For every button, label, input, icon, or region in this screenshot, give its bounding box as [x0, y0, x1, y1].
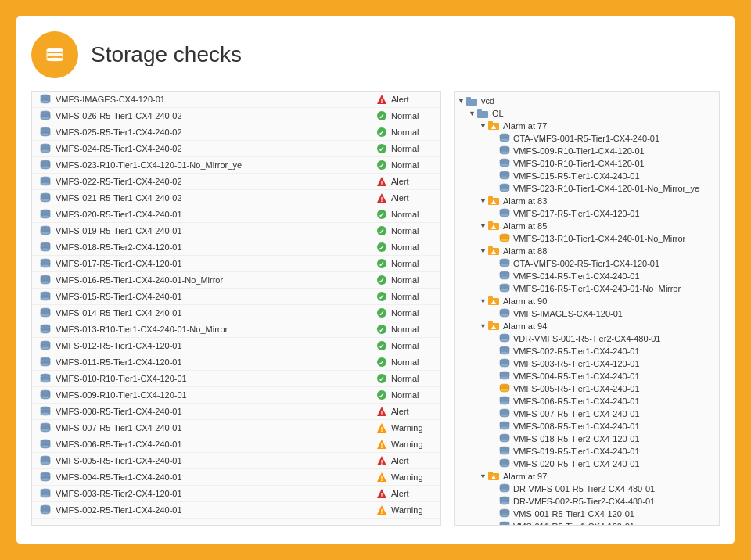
svg-point-279 [500, 364, 509, 367]
list-item[interactable]: OTA-VMFS-001-R5-Tier1-CX4-240-01 [458, 132, 716, 145]
expand-icon: ▼ [480, 472, 487, 480]
main-container: Storage checks VMFS-IMAGES-CX4-120-01!Al… [16, 16, 735, 544]
svg-point-87 [41, 281, 50, 284]
svg-point-94 [41, 297, 50, 300]
list-item[interactable]: VMFS-018-R5-Tier2-CX4-120-01 [458, 433, 716, 445]
tree-item-label: VMS-011-R5-Tier1-CX4-120-01 [513, 522, 634, 526]
list-item[interactable]: ▼ Alarm at 85 [458, 220, 716, 232]
folder-icon [477, 108, 490, 119]
table-row[interactable]: VMFS-014-R5-Tier1-CX4-240-01✓Normal [32, 305, 440, 321]
table-row[interactable]: VMFS-012-R5-Tier1-CX4-120-01✓Normal [32, 338, 440, 354]
list-item[interactable]: VMFS-008-R5-Tier1-CX4-240-01 [458, 420, 716, 433]
status-icon: ✓ [376, 356, 388, 368]
status-label: Normal [391, 160, 434, 170]
list-item[interactable]: VMFS-020-R5-Tier1-CX4-240-01 [458, 458, 716, 470]
list-item[interactable]: ▼ Alarm at 94 [458, 320, 716, 332]
list-item[interactable]: ▼ Alarm at 90 [458, 295, 716, 307]
status-label: Warning [391, 505, 434, 515]
storage-tree-icon [498, 183, 511, 194]
svg-point-204 [500, 151, 509, 154]
list-item[interactable]: ▼ Alarm at 88 [458, 245, 716, 257]
table-row[interactable]: VMFS-011-R5-Tier1-CX4-120-01✓Normal [32, 354, 440, 371]
right-panel[interactable]: ▼ vcd ▼ OL ▼ Alarm at 77 OTA-VMFS-001 [454, 91, 720, 526]
table-row[interactable]: VMFS-022-R5-Tier1-CX4-240-02!Alert [32, 174, 440, 190]
list-item[interactable]: VMFS-016-R5-Tier1-CX4-240-01-No_Mirror [458, 282, 716, 295]
table-row[interactable]: VMFS-013-R10-Tier1-CX4-240-01-No_Mirror✓… [32, 321, 440, 338]
list-item[interactable]: VMFS-013-R10-Tier1-CX4-240-01-No_Mirror [458, 232, 716, 245]
list-item[interactable]: VMFS-002-R5-Tier1-CX4-240-01 [458, 345, 716, 357]
list-item[interactable]: VMFS-005-R5-Tier1-CX4-240-01 [458, 382, 716, 395]
list-item[interactable]: VMFS-006-R5-Tier1-CX4-240-01 [458, 395, 716, 407]
table-row[interactable]: VMFS-026-R5-Tier1-CX4-240-02✓Normal [32, 108, 440, 124]
svg-text:!: ! [381, 179, 383, 187]
storage-tree-icon [498, 433, 511, 444]
table-row[interactable]: VMFS-019-R5-Tier1-CX4-240-01✓Normal [32, 223, 440, 239]
table-row[interactable]: VMFS-002-R5-Tier1-CX4-240-01!Warning [32, 502, 440, 519]
storage-name-label: VMFS-010-R10-Tier1-CX4-120-01 [56, 374, 376, 383]
list-item[interactable]: ▼ Alarm at 97 [458, 470, 716, 483]
status-label: Normal [391, 210, 434, 219]
list-item[interactable]: DR-VMFS-001-R5-Tier2-CX4-480-01 [458, 483, 716, 495]
status-label: Normal [391, 308, 434, 318]
table-row[interactable]: VMFS-021-R5-Tier1-CX4-240-02!Alert [32, 190, 440, 206]
list-item[interactable]: VMFS-IMAGES-CX4-120-01 [458, 307, 716, 320]
table-row[interactable]: VMFS-007-R5-Tier1-CX4-240-01!Warning [32, 420, 440, 436]
table-row[interactable]: VMFS-004-R5-Tier1-CX4-240-01!Warning [32, 469, 440, 486]
table-row[interactable]: VMFS-018-R5-Tier2-CX4-120-01✓Normal [32, 239, 440, 256]
list-item[interactable]: ▼ OL [458, 107, 716, 120]
list-item[interactable]: VMS-001-R5-Tier1-CX4-120-01 [458, 508, 716, 520]
tree-root[interactable]: ▼ vcd [458, 95, 716, 107]
table-row[interactable]: VMFS-003-R5-Tier2-CX4-120-01!Alert [32, 486, 440, 502]
svg-text:!: ! [381, 409, 383, 417]
tree-item-label: VMS-001-R5-Tier1-CX4-120-01 [513, 509, 634, 519]
storage-db-icon [38, 373, 52, 384]
list-item[interactable]: VDR-VMFS-001-R5-Tier2-CX4-480-01 [458, 332, 716, 345]
list-item[interactable]: ▼ Alarm at 83 [458, 195, 716, 207]
svg-text:✓: ✓ [379, 211, 385, 219]
storage-name-label: VMFS-IMAGES-CX4-120-01 [56, 95, 376, 104]
list-item[interactable]: VMFS-023-R10-Tier1-CX4-120-01-No_Mirror_… [458, 182, 716, 195]
table-row[interactable]: VMFS-015-R5-Tier1-CX4-240-01✓Normal [32, 289, 440, 305]
list-item[interactable]: VMFS-007-R5-Tier1-CX4-240-01 [458, 407, 716, 420]
svg-text:!: ! [381, 475, 383, 483]
tree-item-label: OL [492, 109, 504, 118]
table-row[interactable]: VMFS-009-R10-Tier1-CX4-120-01✓Normal [32, 387, 440, 404]
storage-db-icon [38, 192, 52, 203]
list-item[interactable]: VMFS-014-R5-Tier1-CX4-240-01 [458, 270, 716, 282]
table-row[interactable]: VMFS-020-R5-Tier1-CX4-240-01✓Normal [32, 206, 440, 223]
table-row[interactable]: VMFS-010-R10-Tier1-CX4-120-01✓Normal [32, 371, 440, 387]
alarm-folder-icon [488, 296, 501, 307]
list-item[interactable]: VMFS-015-R5-Tier1-CX4-240-01 [458, 170, 716, 182]
list-item[interactable]: VMFS-019-R5-Tier1-CX4-240-01 [458, 445, 716, 458]
svg-point-38 [41, 166, 50, 169]
alarm-folder-icon [488, 120, 501, 131]
table-row[interactable]: VMFS-016-R5-Tier1-CX4-240-01-No_Mirror✓N… [32, 272, 440, 289]
list-item[interactable]: DR-VMFS-002-R5-Tier2-CX4-480-01 [458, 495, 716, 508]
storage-name-label: VMFS-006-R5-Tier1-CX4-240-01 [56, 440, 376, 449]
list-item[interactable]: ▼ Alarm at 77 [458, 120, 716, 132]
left-panel[interactable]: VMFS-IMAGES-CX4-120-01!Alert VMFS-026-R5… [31, 91, 441, 526]
svg-text:✓: ✓ [379, 293, 385, 301]
list-item[interactable]: VMFS-009-R10-Tier1-CX4-120-01 [458, 145, 716, 157]
status-icon: ! [376, 93, 388, 106]
storage-tree-icon [498, 145, 511, 156]
table-row[interactable]: VMFS-017-R5-Tier1-CX4-120-01✓Normal [32, 256, 440, 272]
status-label: Normal [391, 226, 434, 235]
expand-icon: ▼ [480, 197, 487, 205]
table-row[interactable]: VMFS-008-R5-Tier1-CX4-240-01!Alert [32, 404, 440, 420]
table-row[interactable]: VMFS-IMAGES-CX4-120-01!Alert [32, 92, 440, 108]
table-row[interactable]: VMFS-025-R5-Tier1-CX4-240-02✓Normal [32, 124, 440, 141]
table-row[interactable]: VMFS-023-R10-Tier1-CX4-120-01-No_Mirror_… [32, 157, 440, 174]
list-item[interactable]: VMS-011-R5-Tier1-CX4-120-01 [458, 520, 716, 526]
tree-item-label: VMFS-018-R5-Tier2-CX4-120-01 [513, 434, 640, 443]
table-row[interactable]: VMFS-024-R5-Tier1-CX4-240-02✓Normal [32, 141, 440, 157]
list-item[interactable]: VMFS-003-R5-Tier1-CX4-120-01 [458, 357, 716, 370]
list-item[interactable]: VMFS-010-R10-Tier1-CX4-120-01 [458, 157, 716, 170]
table-row[interactable]: VMFS-005-R5-Tier1-CX4-240-01!Alert [32, 453, 440, 469]
list-item[interactable]: VMFS-004-R5-Tier1-CX4-240-01 [458, 370, 716, 382]
tree-item-label: VMFS-004-R5-Tier1-CX4-240-01 [513, 372, 640, 381]
list-item[interactable]: VMFS-017-R5-Tier1-CX4-120-01 [458, 207, 716, 220]
table-row[interactable]: VMFS-006-R5-Tier1-CX4-240-01!Warning [32, 436, 440, 453]
svg-point-199 [500, 138, 509, 142]
list-item[interactable]: OTA-VMFS-002-R5-Tier1-CX4-120-01 [458, 257, 716, 270]
